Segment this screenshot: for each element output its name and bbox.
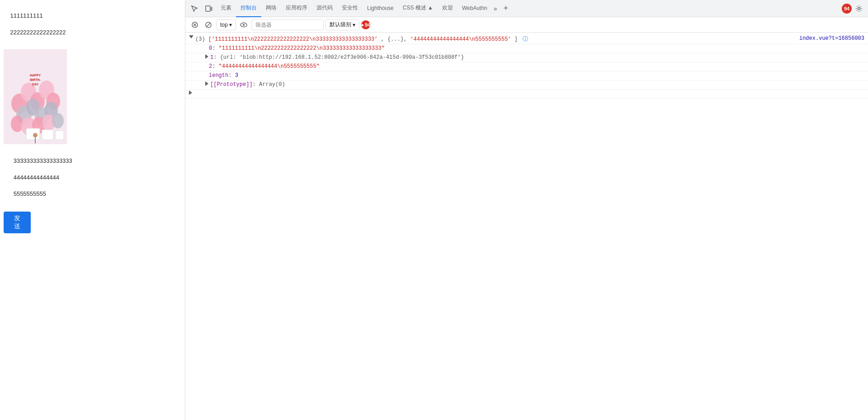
console-content-0-1: 1: {url: ‘blob:http://192.168.1.52:8002/… bbox=[210, 54, 864, 61]
svg-text:BIRTH-: BIRTH- bbox=[30, 78, 41, 81]
svg-rect-28 bbox=[211, 7, 212, 10]
error-count-badge[interactable]: 94 bbox=[842, 4, 852, 14]
expand-arrow-1[interactable] bbox=[205, 54, 208, 59]
console-content-length: length: 3 bbox=[209, 72, 864, 79]
svg-line-34 bbox=[207, 23, 211, 27]
console-entry-0: (3) [‘1111111111\n22222222222222222\n333… bbox=[185, 34, 868, 44]
svg-text:HAPPY: HAPPY bbox=[30, 74, 41, 77]
svg-text:DAY: DAY bbox=[32, 83, 38, 86]
tab-elements[interactable]: 元素 bbox=[216, 0, 236, 17]
tab-sources[interactable]: 源代码 bbox=[312, 0, 337, 17]
devtools-panel: 元素 控制台 网络 应用程序 源代码 安全性 Lighthouse CSS 概述… bbox=[185, 0, 868, 420]
more-tabs-icon[interactable]: » bbox=[492, 2, 499, 15]
collapse-arrow-0[interactable] bbox=[189, 35, 193, 38]
console-entry-0-2: 2: "44444444444444444\n5555555555" bbox=[185, 62, 868, 71]
bottom-text: 333333333333333333 44444444444444 555555… bbox=[4, 149, 181, 208]
console-content-proto: [[Prototype]]: Array(0) bbox=[210, 81, 864, 88]
svg-point-14 bbox=[52, 113, 64, 128]
clear-console-button[interactable] bbox=[189, 19, 201, 31]
chevron-down-icon: ▾ bbox=[229, 22, 232, 28]
settings-icon[interactable] bbox=[852, 1, 866, 16]
svg-rect-20 bbox=[42, 130, 53, 140]
block-icon[interactable] bbox=[203, 19, 214, 31]
svg-point-36 bbox=[243, 24, 245, 26]
source-link-0[interactable]: index.vue?t=16856003 bbox=[790, 35, 864, 42]
filter-input[interactable] bbox=[251, 19, 324, 30]
svg-rect-19 bbox=[26, 128, 40, 140]
svg-rect-21 bbox=[56, 131, 64, 140]
inspect-element-icon[interactable] bbox=[187, 1, 202, 16]
balloon-image: HAPPY BIRTH- DAY bbox=[4, 49, 67, 144]
device-toolbar-icon[interactable] bbox=[202, 1, 216, 16]
console-content-0-2: 2: "44444444444444444\n5555555555" bbox=[209, 63, 864, 70]
console-output: (3) [‘1111111111\n22222222222222222\n333… bbox=[185, 33, 868, 420]
console-entry-0-1: 1: {url: ‘blob:http://192.168.1.52:8002/… bbox=[185, 53, 868, 62]
tab-network[interactable]: 网络 bbox=[261, 0, 281, 17]
svg-rect-27 bbox=[206, 6, 210, 11]
console-content-0: (3) [‘1111111111\n22222222222222222\n333… bbox=[195, 35, 790, 43]
eye-icon[interactable] bbox=[238, 19, 250, 31]
svg-point-29 bbox=[858, 7, 860, 9]
expand-arrow-proto[interactable] bbox=[205, 81, 208, 86]
tab-security[interactable]: 安全性 bbox=[337, 0, 363, 17]
context-dropdown[interactable]: top ▾ bbox=[216, 19, 236, 30]
toolbar-error-count[interactable]: ● 94 bbox=[361, 20, 370, 29]
console-content-0-0: 0: "1111111111\n22222222222222222\n33333… bbox=[209, 45, 864, 52]
tab-console[interactable]: 控制台 bbox=[236, 0, 261, 17]
console-toolbar: top ▾ 默认级别 ▾ ● 94 bbox=[185, 17, 868, 33]
add-tab-icon[interactable]: + bbox=[500, 1, 512, 16]
console-entry-expand bbox=[185, 90, 868, 99]
text-line1: 1111111111 22222222222222222 bbox=[4, 4, 181, 45]
expand-arrow-next[interactable] bbox=[189, 90, 192, 95]
log-level-dropdown[interactable]: 默认级别 ▾ bbox=[326, 19, 359, 30]
tab-webauthn[interactable]: WebAuthn bbox=[458, 0, 492, 17]
left-panel: 1111111111 22222222222222222 bbox=[0, 0, 185, 420]
tab-welcome[interactable]: 欢迎 bbox=[438, 0, 458, 17]
console-entry-length: length: 3 bbox=[185, 71, 868, 80]
chevron-down-icon-level: ▾ bbox=[353, 22, 355, 28]
info-icon-0[interactable]: ⓘ bbox=[523, 36, 528, 42]
send-button[interactable]: 发送 bbox=[4, 212, 31, 233]
tab-bar: 元素 控制台 网络 应用程序 源代码 安全性 Lighthouse CSS 概述… bbox=[185, 0, 868, 17]
tab-css-overview[interactable]: CSS 概述 ▲ bbox=[398, 0, 438, 17]
tab-lighthouse[interactable]: Lighthouse bbox=[363, 0, 398, 17]
tab-application[interactable]: 应用程序 bbox=[281, 0, 312, 17]
console-entry-prototype: [[Prototype]]: Array(0) bbox=[185, 80, 868, 90]
error-icon: ● bbox=[361, 22, 364, 28]
svg-point-25 bbox=[33, 133, 38, 137]
console-entry-0-0: 0: "1111111111\n22222222222222222\n33333… bbox=[185, 44, 868, 53]
